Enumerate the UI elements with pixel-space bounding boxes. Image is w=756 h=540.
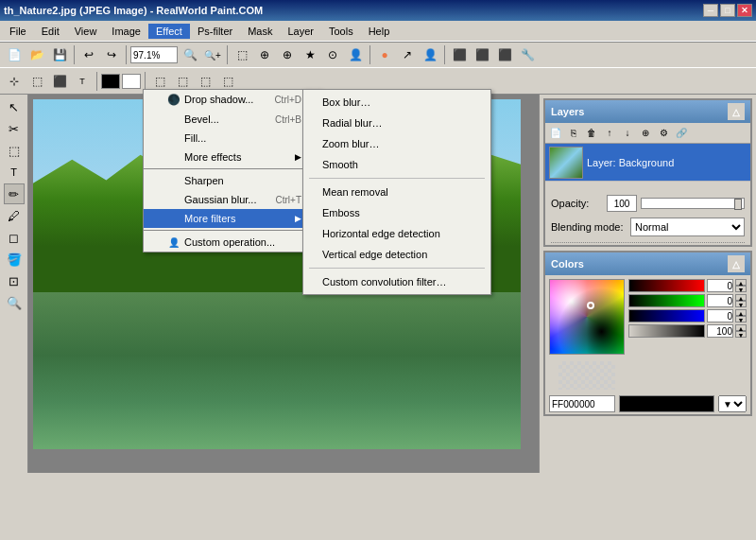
blue-slider[interactable] [628,309,705,322]
alpha-input[interactable] [707,324,733,338]
zoom-out-button[interactable]: 🔍 [180,44,200,65]
hex-input[interactable] [549,395,615,412]
tool-brush[interactable]: 🖊 [4,205,25,226]
green-spin-up[interactable]: ▲ [735,294,747,301]
tb-btn-7[interactable]: ● [374,44,395,65]
menu-view[interactable]: View [67,24,105,39]
layer-up[interactable]: ↑ [601,125,618,142]
save-button[interactable]: 💾 [49,44,70,65]
tool-sel-2[interactable]: ⬚ [26,71,47,92]
zoom-input[interactable] [130,46,178,63]
filter-emboss[interactable]: Emboss [303,202,490,223]
tb-btn-8[interactable]: ↗ [397,44,418,65]
filter-vert-edge[interactable]: Vertical edge detection [303,244,490,265]
red-input[interactable] [707,279,733,292]
redo-button[interactable]: ↪ [101,44,122,65]
menu-bevel[interactable]: Bevel... Ctrl+B [144,110,320,129]
maximize-button[interactable]: □ [720,4,735,17]
new-button[interactable]: 📄 [4,44,25,65]
bg-color-swatch[interactable] [122,74,141,89]
opacity-slider[interactable] [641,198,745,209]
open-button[interactable]: 📂 [26,44,47,65]
menu-more-effects[interactable]: More effects [144,148,320,166]
alpha-slider[interactable] [628,324,705,338]
filter-mean-removal[interactable]: Mean removal [303,182,490,202]
alpha-spin-down[interactable]: ▼ [735,331,747,338]
layer-background[interactable]: Layer: Background [545,144,750,182]
green-input[interactable] [707,294,733,307]
layer-merge[interactable]: ⊕ [637,125,654,142]
tb-btn-11[interactable]: ⬛ [472,44,492,65]
tool-sel-1[interactable]: ⊹ [4,71,25,92]
menu-layer[interactable]: Layer [280,24,321,39]
menu-more-filters[interactable]: More filters [144,209,320,228]
filter-custom-conv[interactable]: Custom convolution filter… [303,271,490,292]
tb-btn-3[interactable]: ⊕ [277,44,298,65]
colors-maximize[interactable]: △ [728,255,745,272]
blue-spin-down[interactable]: ▼ [735,316,747,322]
filter-horiz-edge[interactable]: Horizontal edge detection [303,223,490,244]
tb-btn-2[interactable]: ⊕ [254,44,275,65]
tool-text[interactable]: T [4,162,25,183]
tool-sel-3[interactable]: ⬛ [49,71,70,92]
tool-crop[interactable]: ✂ [4,118,25,139]
tool-sel-4[interactable]: T [72,71,93,92]
tool-eyedropper[interactable]: ⊡ [4,270,25,291]
layers-maximize[interactable]: △ [728,103,745,120]
tool-fill[interactable]: 🪣 [4,249,25,270]
tool-zoom[interactable]: 🔍 [4,292,25,313]
undo-button[interactable]: ↩ [78,44,99,65]
blue-spin-up[interactable]: ▲ [735,309,747,316]
green-slider[interactable] [628,294,705,307]
layer-link[interactable]: 🔗 [673,125,690,142]
tb-btn-9[interactable]: 👤 [420,44,440,65]
menu-edit[interactable]: Edit [34,24,67,39]
filter-radial-blur[interactable]: Radial blur… [303,113,490,133]
menu-mask[interactable]: Mask [240,24,280,39]
color-wheel[interactable] [549,279,625,355]
filter-box-blur[interactable]: Box blur… [303,92,490,113]
tb-btn-10[interactable]: ⬛ [449,44,470,65]
menu-effect[interactable]: Effect [148,24,190,39]
fg-color-swatch[interactable] [101,74,120,89]
menu-help[interactable]: Help [361,24,398,39]
tb-btn-5[interactable]: ⊙ [322,44,343,65]
layer-copy[interactable]: ⎘ [565,125,582,142]
menu-sharpen[interactable]: Sharpen [144,171,320,190]
layer-settings[interactable]: ⚙ [655,125,672,142]
color-swatch-display[interactable] [619,395,714,412]
tb-btn-4[interactable]: ★ [300,44,320,65]
menu-gaussian-blur[interactable]: Gaussian blur... Ctrl+T [144,190,320,209]
alpha-spin-up[interactable]: ▲ [735,324,747,331]
tb-btn-12[interactable]: ⬛ [494,44,515,65]
menu-fill[interactable]: Fill... [144,129,320,148]
blend-select[interactable]: Normal [630,218,745,236]
layer-delete[interactable]: 🗑 [583,125,600,142]
filter-zoom-blur[interactable]: Zoom blur… [303,133,490,154]
layer-down[interactable]: ↓ [619,125,636,142]
minimize-button[interactable]: ─ [703,4,718,17]
red-spin-down[interactable]: ▼ [735,286,747,292]
menu-custom-op[interactable]: 👤 Custom operation... [144,233,320,252]
close-button[interactable]: ✕ [737,4,752,17]
tool-select-rect[interactable]: ⬚ [4,140,25,161]
tb-btn-1[interactable]: ⬚ [232,44,252,65]
color-format-select[interactable]: ▼ [718,395,747,412]
red-spin-up[interactable]: ▲ [735,279,747,286]
tool-pencil[interactable]: ✏ [4,183,25,204]
menu-ps-filter[interactable]: Ps-filter [190,24,240,39]
tb-btn-13[interactable]: 🔧 [517,44,538,65]
menu-image[interactable]: Image [104,24,148,39]
menu-tools[interactable]: Tools [321,24,361,39]
tb-btn-6[interactable]: 👤 [345,44,366,65]
opacity-input[interactable] [607,195,637,212]
tool-select[interactable]: ↖ [4,96,25,117]
menu-file[interactable]: File [2,24,34,39]
red-slider[interactable] [628,279,705,292]
filter-smooth[interactable]: Smooth [303,154,490,175]
zoom-in-button[interactable]: 🔍+ [202,44,223,65]
blue-input[interactable] [707,309,733,322]
tool-shape[interactable]: ◻ [4,227,25,248]
menu-drop-shadow[interactable]: 🌑 Drop shadow... Ctrl+D [144,90,320,110]
green-spin-down[interactable]: ▼ [735,301,747,307]
